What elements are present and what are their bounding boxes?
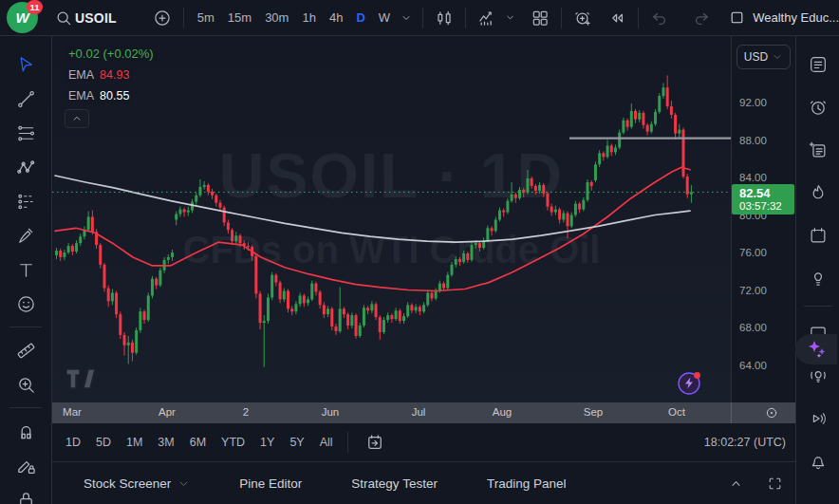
drawing-lock-icon (15, 455, 37, 476)
notifications-bell-icon (808, 451, 829, 472)
range-1M[interactable]: 1M (119, 430, 150, 455)
expand-panel-button[interactable] (723, 469, 749, 497)
tool-zoom-in[interactable] (8, 367, 44, 401)
layout-grid-button[interactable] (526, 4, 554, 32)
range-5Y[interactable]: 5Y (282, 430, 311, 455)
tradingview-app: W 11 USOIL 5m15m30m1h4hDW (0, 0, 839, 504)
sidebar-ideas-bulb-button[interactable] (801, 261, 835, 295)
indicators-icon (477, 9, 496, 28)
range-All[interactable]: All (312, 430, 341, 455)
timeframe-menu-button[interactable] (397, 4, 416, 32)
time-label-Jun: Jun (322, 406, 340, 418)
gear-icon (764, 405, 779, 420)
timeframe-5m[interactable]: 5m (191, 5, 221, 31)
sidebar-hotlist-flame-button[interactable] (801, 176, 835, 210)
redo-button[interactable] (687, 4, 716, 32)
maximize-panel-button[interactable] (762, 469, 788, 497)
ai-assistant-button[interactable] (795, 334, 837, 364)
range-1Y[interactable]: 1Y (252, 430, 282, 455)
user-menu[interactable]: Wealthy Educ... (729, 9, 839, 26)
price-tick: 68.00 (739, 322, 767, 333)
indicators-menu-button[interactable] (501, 4, 518, 32)
price-axis[interactable]: USD 92.0088.0084.0080.0076.0072.0068.006… (731, 36, 795, 423)
lock-all-icon (15, 489, 37, 504)
tool-fib-retracement[interactable] (8, 116, 44, 150)
bar-replay-button[interactable] (603, 4, 631, 32)
time-axis[interactable]: MarApr2JunJulAugSepOct (52, 402, 795, 423)
tool-xabcd-pattern[interactable] (8, 150, 44, 184)
tool-ruler[interactable] (8, 333, 44, 367)
chevron-down-icon (772, 51, 783, 63)
ema-slow-row[interactable]: EMA 80.55 (65, 88, 133, 103)
undo-button[interactable] (645, 4, 674, 32)
boost-icon[interactable] (677, 370, 702, 396)
legend-collapse-button[interactable] (65, 109, 89, 128)
range-6M[interactable]: 6M (182, 430, 214, 455)
time-label-Aug: Aug (493, 406, 512, 418)
ema-slow-value: 80.55 (100, 89, 129, 103)
price-tick: 64.00 (739, 360, 767, 371)
tool-trend-line[interactable] (8, 82, 44, 116)
time-label-2: 2 (243, 406, 249, 418)
bottom-tabs: Stock ScreenerPine EditorStrategy Tester… (84, 476, 615, 491)
calendar-goto-icon (365, 433, 384, 452)
range-3M[interactable]: 3M (150, 430, 181, 455)
timeframe-D[interactable]: D (349, 5, 371, 31)
timeframe-4h[interactable]: 4h (323, 5, 349, 31)
cursor-icon (15, 54, 37, 76)
sidebar-streams-play-button[interactable] (801, 401, 835, 436)
candles-icon (435, 9, 454, 28)
tool-brush[interactable] (8, 218, 44, 252)
price-tick: 84.00 (739, 172, 767, 183)
tool-cursor[interactable] (8, 47, 44, 82)
search-icon (54, 9, 73, 28)
tool-drawing-lock[interactable] (8, 448, 44, 482)
add-symbol-button[interactable] (148, 4, 177, 32)
timeframe-1h[interactable]: 1h (295, 5, 322, 31)
time-label-Apr: Apr (158, 406, 176, 418)
create-alert-button[interactable] (569, 4, 597, 32)
axis-settings-button[interactable] (750, 403, 793, 422)
currency-dropdown[interactable]: USD (736, 45, 791, 69)
toolbar-separator (422, 8, 423, 28)
range-buttons: 1D5D1M3M6MYTD1Y5YAll (58, 430, 341, 455)
ema-fast-row[interactable]: EMA 84.93 (65, 67, 133, 83)
app-logo[interactable]: W 11 (0, 0, 49, 36)
tool-forecast[interactable] (8, 184, 44, 218)
tab-pine-editor[interactable]: Pine Editor (239, 476, 302, 491)
tradingview-logo-icon[interactable] (65, 368, 102, 389)
grid-layout-icon (531, 9, 550, 28)
toolbar-separator (561, 8, 562, 28)
chart-pane[interactable]: USOIL · 1D CFDs on WTI Crude Oil +0.02 (… (52, 36, 731, 402)
notes-add-icon (808, 140, 829, 160)
go-to-date-button[interactable] (361, 428, 389, 457)
chart-style-button[interactable] (430, 4, 458, 32)
tool-lock-all[interactable] (8, 482, 44, 504)
alert-clock-plus-icon (573, 9, 592, 28)
symbol-search-button[interactable]: USOIL (49, 4, 121, 32)
server-clock[interactable]: 18:02:27 (UTC) (704, 436, 786, 449)
range-YTD[interactable]: YTD (214, 430, 252, 455)
timeframe-15m[interactable]: 15m (221, 5, 258, 31)
tool-magnet[interactable] (8, 414, 44, 448)
range-1D[interactable]: 1D (58, 430, 88, 455)
range-5D[interactable]: 5D (88, 430, 119, 455)
tab-strategy-tester[interactable]: Strategy Tester (351, 476, 438, 491)
timeframe-30m[interactable]: 30m (258, 5, 295, 31)
indicators-button[interactable] (473, 4, 501, 32)
forecast-icon (15, 191, 37, 213)
tab-stock-screener[interactable]: Stock Screener (84, 476, 190, 491)
sidebar-alerts-clock-button[interactable] (801, 90, 835, 124)
tool-emoji[interactable] (8, 287, 44, 321)
timeframe-W[interactable]: W (372, 5, 397, 31)
sidebar-watchlist-button[interactable] (801, 47, 835, 82)
sidebar-notifications-bell-button[interactable] (801, 444, 835, 478)
sidebar-notes-add-button[interactable] (801, 133, 835, 167)
time-label-Oct: Oct (668, 406, 685, 418)
tool-text[interactable] (8, 252, 44, 287)
last-price-badge: 82.54 03:57:32 (732, 184, 794, 215)
sidebar-calendar-button[interactable] (801, 218, 835, 252)
toolbar-divider (9, 327, 42, 327)
date-range-toolbar: 1D5D1M3M6MYTD1Y5YAll 18:02:27 (UTC) (52, 423, 795, 462)
tab-trading-panel[interactable]: Trading Panel (487, 476, 567, 491)
